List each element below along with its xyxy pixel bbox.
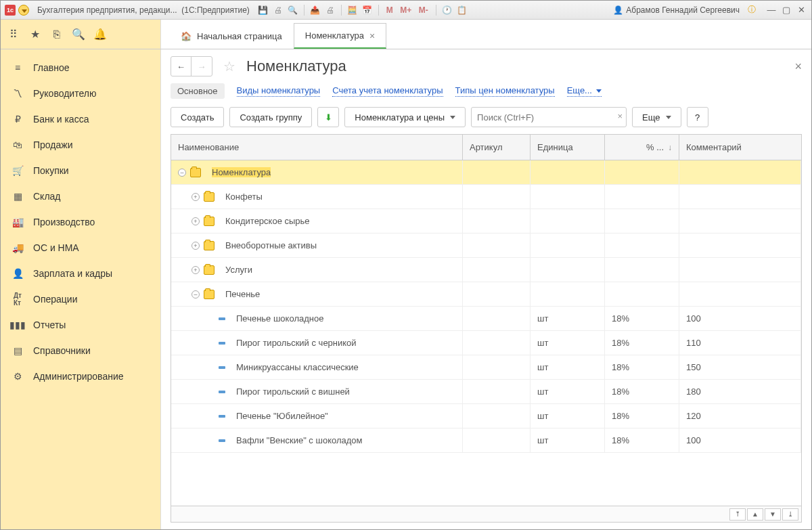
sidebar-item-reports[interactable]: ▮▮▮Отчеты: [1, 312, 160, 338]
more-actions-button[interactable]: Еще: [632, 107, 681, 127]
sidebar-item-main[interactable]: ≡Главное: [1, 55, 160, 81]
user-badge[interactable]: 👤 Абрамов Геннадий Сергеевич: [613, 5, 740, 15]
search-clear-icon[interactable]: ×: [618, 111, 623, 121]
sidebar-item-label: Отчеты: [33, 319, 66, 330]
collapse-icon[interactable]: –: [191, 290, 200, 299]
col-percent[interactable]: % ...↓: [605, 135, 679, 160]
sidebar-item-hr[interactable]: 👤Зарплата и кадры: [1, 261, 160, 286]
print-icon[interactable]: 🖨: [273, 5, 284, 16]
table-row[interactable]: +Кондитерское сырье: [171, 209, 801, 234]
col-comment[interactable]: Комментарий: [679, 135, 801, 160]
favorite-star-icon[interactable]: ★: [29, 28, 41, 41]
sidebar-item-label: Склад: [33, 191, 61, 202]
nav-history: ← →: [171, 56, 212, 76]
scroll-bottom-button[interactable]: ⤓: [782, 508, 798, 521]
help-button[interactable]: ?: [687, 107, 708, 127]
grid: Наименование Артикул Единица % ...↓ Комм…: [171, 134, 802, 523]
tab-nomenclature[interactable]: Номенклатура ×: [294, 23, 386, 49]
table-row[interactable]: +Конфеты: [171, 185, 801, 209]
subtab-more[interactable]: Еще...: [567, 85, 602, 97]
col-unit[interactable]: Единица: [531, 135, 605, 160]
sidebar-item-purchases[interactable]: 🛒Покупки: [1, 158, 160, 183]
subtab-accounts[interactable]: Счета учета номенклатуры: [332, 85, 443, 97]
apps-grid-icon[interactable]: ⠿: [7, 28, 20, 41]
table-row[interactable]: Печенье шоколадноешт18%100: [171, 307, 801, 331]
table-row[interactable]: –Печенье: [171, 282, 801, 307]
row-label: Печенье "Юбилейное": [236, 411, 328, 421]
sidebar-item-directories[interactable]: ▤Справочники: [1, 338, 160, 363]
chart-icon: 〽: [12, 87, 24, 100]
info-icon[interactable]: ⓘ: [746, 5, 757, 16]
col-name[interactable]: Наименование: [171, 135, 463, 160]
create-group-button[interactable]: Создать группу: [229, 107, 312, 127]
tab-active-label: Номенклатура: [305, 30, 364, 41]
clock-icon[interactable]: 🕐: [442, 5, 453, 16]
expand-icon[interactable]: +: [191, 217, 200, 225]
create-button[interactable]: Создать: [171, 107, 224, 127]
subtab-main[interactable]: Основное: [171, 83, 225, 99]
scroll-up-button[interactable]: ▲: [747, 508, 763, 521]
calculator-icon[interactable]: 🧮: [347, 5, 358, 16]
memory-mminus[interactable]: M-: [417, 5, 430, 16]
import-button[interactable]: ⬇: [317, 107, 339, 127]
nav-back-button[interactable]: ←: [171, 57, 191, 76]
search-tool-icon[interactable]: 🔍: [72, 28, 85, 41]
close-window-button[interactable]: ✕: [795, 5, 807, 16]
memory-m[interactable]: M: [384, 5, 395, 16]
subtab-types[interactable]: Виды номенклатуры: [237, 85, 321, 97]
tab-home[interactable]: 🏠 Начальная страница: [169, 23, 294, 49]
nav-forward-button[interactable]: →: [191, 57, 212, 76]
expand-icon[interactable]: +: [191, 266, 200, 274]
table-row[interactable]: Печенье "Юбилейное"шт18%120: [171, 404, 801, 428]
expand-icon[interactable]: +: [191, 242, 200, 250]
scroll-top-button[interactable]: ⤒: [729, 508, 746, 521]
doc-up-icon[interactable]: 📤: [310, 5, 321, 16]
sidebar-item-manager[interactable]: 〽Руководителю: [1, 81, 160, 106]
table-row[interactable]: –Номенклатура: [171, 160, 801, 185]
table-row[interactable]: Пирог тирольский с черникойшт18%110: [171, 331, 801, 355]
table-row[interactable]: Миникруассаны классическиешт18%150: [171, 355, 801, 380]
sidebar-item-warehouse[interactable]: ▦Склад: [1, 183, 160, 209]
page-close-button[interactable]: ×: [794, 60, 802, 74]
bars-icon: ▮▮▮: [12, 319, 24, 331]
grid-footer: ⤒ ▲ ▼ ⤓: [171, 506, 801, 522]
notifications-bell-icon[interactable]: 🔔: [94, 28, 106, 41]
memory-mplus[interactable]: M+: [399, 5, 413, 16]
row-label: Кондитерское сырье: [225, 216, 310, 226]
sidebar-item-label: Производство: [33, 217, 95, 227]
gear-icon: ⚙: [12, 370, 24, 382]
sidebar-item-admin[interactable]: ⚙Администрирование: [1, 363, 160, 389]
col-article[interactable]: Артикул: [463, 135, 531, 160]
sidebar-item-assets[interactable]: 🚚ОС и НМА: [1, 235, 160, 261]
scroll-down-button[interactable]: ▼: [765, 508, 781, 521]
table-row[interactable]: Вафли "Венские" с шоколадомшт18%100: [171, 428, 801, 453]
sidebar-item-sales[interactable]: 🛍Продажи: [1, 132, 160, 158]
table-row[interactable]: Пирог тирольский с вишнейшт18%180: [171, 380, 801, 404]
books-icon: ▤: [12, 345, 24, 357]
history-icon[interactable]: ⎘: [51, 28, 63, 41]
save-icon[interactable]: 💾: [258, 5, 269, 16]
subtab-price-types[interactable]: Типы цен номенклатуры: [455, 85, 555, 97]
sidebar-item-bank[interactable]: ₽Банк и касса: [1, 106, 160, 132]
sidebar-item-production[interactable]: 🏭Производство: [1, 209, 160, 235]
ruble-icon: ₽: [12, 113, 24, 125]
table-row[interactable]: +Услуги: [171, 258, 801, 282]
calendar-icon[interactable]: 📅: [362, 5, 373, 16]
doc-print-icon[interactable]: 🖨: [325, 5, 336, 16]
favorite-toggle-icon[interactable]: ☆: [223, 58, 235, 74]
collapse-icon[interactable]: –: [178, 169, 186, 177]
home-icon: 🏠: [181, 31, 191, 41]
list-icon[interactable]: 📋: [457, 5, 468, 16]
expand-icon[interactable]: +: [191, 193, 200, 201]
app-menu-dropdown[interactable]: [18, 5, 29, 16]
row-label: Вафли "Венские" с шоколадом: [236, 435, 363, 445]
preview-icon[interactable]: 🔍: [288, 5, 298, 16]
titlebar: 1c Бухгалтерия предприятия, редакци... (…: [1, 1, 811, 20]
search-input[interactable]: [471, 107, 627, 127]
maximize-button[interactable]: ▢: [780, 5, 792, 16]
tab-close-icon[interactable]: ×: [369, 30, 375, 41]
table-row[interactable]: +Внеоборотные активы: [171, 234, 801, 258]
prices-menu-button[interactable]: Номенклатура и цены: [344, 107, 466, 127]
sidebar-item-operations[interactable]: ДтКтОперации: [1, 286, 160, 312]
minimize-button[interactable]: —: [765, 5, 777, 16]
